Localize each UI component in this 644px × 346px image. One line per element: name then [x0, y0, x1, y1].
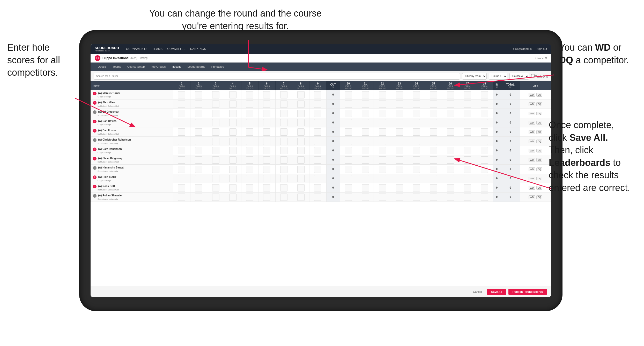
hole-5-score[interactable]	[241, 193, 258, 202]
hole-6-input[interactable]	[263, 147, 270, 154]
hole-17-input[interactable]	[464, 128, 471, 136]
cancel-button[interactable]: Cancel X	[535, 57, 547, 60]
hole-14-input[interactable]	[413, 91, 420, 98]
hole-3-score[interactable]	[207, 118, 224, 127]
hole-7-input[interactable]	[280, 156, 287, 164]
hole-14-input[interactable]	[413, 101, 420, 108]
hole-14-score[interactable]	[408, 146, 425, 155]
hole-10-score[interactable]	[340, 118, 357, 127]
hole-2-input[interactable]	[195, 110, 202, 117]
hole-12-score[interactable]	[374, 90, 391, 99]
hole-18-score[interactable]	[476, 118, 493, 127]
hole-2-score[interactable]	[190, 118, 207, 127]
hole-10-score[interactable]	[340, 193, 357, 202]
hole-10-input[interactable]	[345, 147, 352, 154]
hole-11-input[interactable]	[362, 175, 369, 182]
hole-2-score[interactable]	[190, 174, 207, 183]
hole-16-input[interactable]	[447, 119, 454, 126]
hole-17-input[interactable]	[464, 184, 471, 191]
hole-9-input[interactable]	[314, 184, 321, 191]
hole-10-input[interactable]	[345, 184, 352, 191]
cancel-action-button[interactable]: Cancel	[470, 289, 485, 295]
hole-3-score[interactable]	[207, 90, 224, 99]
hole-1-score[interactable]	[173, 109, 190, 118]
hole-4-input[interactable]	[229, 184, 236, 191]
hole-10-input[interactable]	[345, 138, 352, 145]
hole-3-input[interactable]	[212, 110, 219, 117]
hole-12-score[interactable]	[374, 155, 391, 165]
hole-7-input[interactable]	[280, 184, 287, 191]
hole-8-input[interactable]	[297, 128, 305, 136]
hole-7-input[interactable]	[280, 175, 287, 182]
hole-14-score[interactable]	[408, 174, 425, 183]
hole-5-input[interactable]	[246, 138, 253, 145]
hole-4-score[interactable]	[224, 99, 241, 109]
hole-9-score[interactable]	[309, 127, 327, 137]
hole-15-input[interactable]	[430, 184, 437, 191]
hole-13-input[interactable]	[396, 128, 403, 136]
hole-17-input[interactable]	[464, 101, 471, 108]
hole-5-input[interactable]	[246, 110, 253, 117]
hole-6-score[interactable]	[258, 165, 275, 174]
hole-2-input[interactable]	[195, 166, 202, 173]
wd-button[interactable]: WD	[529, 121, 535, 125]
hole-9-score[interactable]	[309, 137, 327, 146]
hole-3-score[interactable]	[207, 109, 224, 118]
hole-9-score[interactable]	[309, 118, 327, 127]
hole-12-score[interactable]	[374, 146, 391, 155]
hole-3-input[interactable]	[212, 101, 219, 108]
dq-button[interactable]: DQ	[536, 140, 543, 143]
hole-8-input[interactable]	[297, 91, 305, 98]
hole-10-score[interactable]	[340, 165, 357, 174]
hole-1-input[interactable]	[178, 156, 185, 164]
hole-18-score[interactable]	[476, 137, 493, 146]
hole-16-input[interactable]	[447, 110, 454, 117]
hole-8-score[interactable]	[292, 174, 309, 183]
hole-6-score[interactable]	[258, 146, 275, 155]
hole-1-input[interactable]	[178, 166, 185, 173]
hole-6-score[interactable]	[258, 193, 275, 202]
hole-8-score[interactable]	[292, 109, 309, 118]
tab-details[interactable]: Details	[95, 63, 110, 71]
hole-2-input[interactable]	[195, 119, 202, 126]
wd-button[interactable]: WD	[529, 158, 535, 162]
hole-15-input[interactable]	[430, 91, 437, 98]
hole-16-input[interactable]	[447, 156, 454, 164]
hole-18-score[interactable]	[476, 183, 493, 193]
hole-17-score[interactable]	[459, 183, 476, 193]
hole-14-input[interactable]	[413, 166, 420, 173]
hole-3-score[interactable]	[207, 127, 224, 137]
dq-button[interactable]: DQ	[536, 130, 543, 134]
hole-5-score[interactable]	[241, 118, 258, 127]
hole-15-score[interactable]	[425, 99, 442, 109]
hole-9-score[interactable]	[309, 155, 327, 165]
hole-4-input[interactable]	[229, 91, 236, 98]
hole-9-input[interactable]	[314, 128, 321, 136]
hole-7-score[interactable]	[275, 90, 292, 99]
hole-7-input[interactable]	[280, 128, 287, 136]
dq-button[interactable]: DQ	[536, 93, 543, 97]
hole-11-score[interactable]	[357, 155, 374, 165]
hole-16-score[interactable]	[442, 90, 459, 99]
hole-11-score[interactable]	[357, 90, 374, 99]
hole-16-input[interactable]	[447, 194, 454, 201]
nav-rankings[interactable]: RANKINGS	[190, 47, 206, 50]
hole-11-score[interactable]	[357, 165, 374, 174]
hole-18-score[interactable]	[476, 127, 493, 137]
hole-12-input[interactable]	[379, 138, 386, 145]
hole-4-input[interactable]	[229, 110, 236, 117]
hole-8-input[interactable]	[297, 101, 305, 108]
hole-12-score[interactable]	[374, 183, 391, 193]
hole-14-input[interactable]	[413, 147, 420, 154]
hole-8-input[interactable]	[297, 119, 305, 126]
hole-16-score[interactable]	[442, 193, 459, 202]
hole-11-score[interactable]	[357, 118, 374, 127]
hole-3-score[interactable]	[207, 174, 224, 183]
hole-18-input[interactable]	[481, 147, 488, 154]
course-select[interactable]: Course A	[509, 73, 529, 80]
hole-14-score[interactable]	[408, 109, 425, 118]
hole-16-score[interactable]	[442, 165, 459, 174]
hole-14-input[interactable]	[413, 138, 420, 145]
wd-button[interactable]: WD	[529, 130, 535, 134]
hole-10-score[interactable]	[340, 90, 357, 99]
